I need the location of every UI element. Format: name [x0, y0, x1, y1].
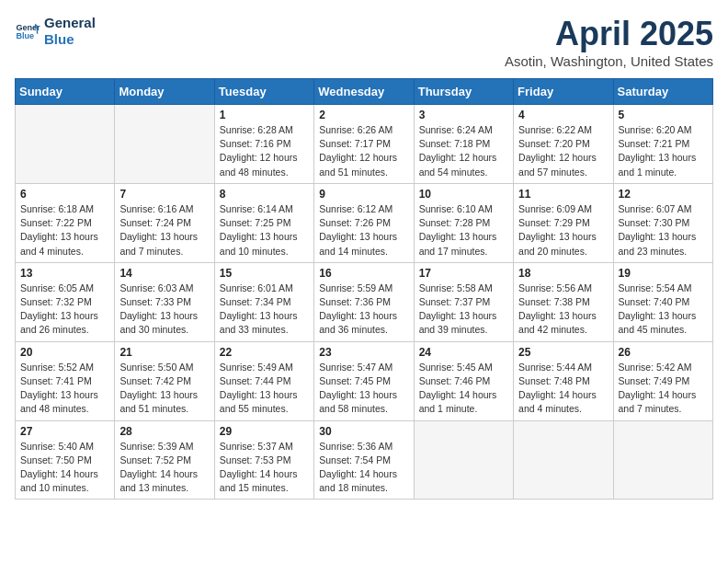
day-info: Sunrise: 6:26 AMSunset: 7:17 PMDaylight:… [319, 123, 408, 179]
header-wednesday: Wednesday [314, 79, 414, 105]
header-tuesday: Tuesday [214, 79, 313, 105]
calendar-cell-3-5: 25Sunrise: 5:44 AMSunset: 7:48 PMDayligh… [514, 341, 613, 420]
calendar-cell-1-2: 8Sunrise: 6:14 AMSunset: 7:25 PMDaylight… [214, 183, 313, 262]
week-row-1: 1Sunrise: 6:28 AMSunset: 7:16 PMDaylight… [16, 105, 713, 184]
logo-blue: Blue [44, 31, 96, 48]
day-info: Sunrise: 6:05 AMSunset: 7:32 PMDaylight:… [20, 282, 109, 338]
calendar-cell-3-1: 21Sunrise: 5:50 AMSunset: 7:42 PMDayligh… [115, 341, 214, 420]
calendar-cell-4-2: 29Sunrise: 5:37 AMSunset: 7:53 PMDayligh… [214, 420, 313, 500]
header-sunday: Sunday [16, 79, 115, 105]
day-number: 26 [619, 346, 708, 359]
day-number: 27 [20, 425, 109, 438]
calendar-cell-1-0: 6Sunrise: 6:18 AMSunset: 7:22 PMDaylight… [16, 183, 115, 262]
day-number: 21 [119, 346, 209, 359]
calendar-cell-2-6: 19Sunrise: 5:54 AMSunset: 7:40 PMDayligh… [613, 262, 712, 341]
day-info: Sunrise: 5:37 AMSunset: 7:53 PMDaylight:… [220, 440, 309, 496]
day-number: 30 [319, 425, 408, 438]
day-info: Sunrise: 6:22 AMSunset: 7:20 PMDaylight:… [518, 123, 608, 179]
calendar-cell-3-3: 23Sunrise: 5:47 AMSunset: 7:45 PMDayligh… [314, 341, 414, 420]
calendar-subtitle: Asotin, Washington, United States [505, 53, 713, 69]
day-number: 15 [220, 267, 309, 280]
day-info: Sunrise: 5:50 AMSunset: 7:42 PMDaylight:… [119, 361, 209, 417]
calendar-cell-1-6: 12Sunrise: 6:07 AMSunset: 7:30 PMDayligh… [613, 183, 712, 262]
calendar-cell-3-6: 26Sunrise: 5:42 AMSunset: 7:49 PMDayligh… [613, 341, 712, 420]
day-info: Sunrise: 5:56 AMSunset: 7:38 PMDaylight:… [518, 282, 608, 338]
day-number: 22 [220, 346, 309, 359]
day-number: 5 [619, 109, 708, 121]
day-info: Sunrise: 5:42 AMSunset: 7:49 PMDaylight:… [619, 361, 708, 417]
calendar-cell-1-3: 9Sunrise: 6:12 AMSunset: 7:26 PMDaylight… [314, 183, 414, 262]
header-monday: Monday [115, 79, 214, 105]
day-number: 2 [319, 109, 408, 121]
day-info: Sunrise: 6:12 AMSunset: 7:26 PMDaylight:… [319, 202, 408, 259]
day-number: 12 [619, 188, 708, 201]
title-block: April 2025 Asotin, Washington, United St… [505, 15, 713, 69]
calendar-cell-2-1: 14Sunrise: 6:03 AMSunset: 7:33 PMDayligh… [115, 262, 214, 341]
calendar-cell-4-1: 28Sunrise: 5:39 AMSunset: 7:52 PMDayligh… [115, 420, 214, 500]
day-number: 24 [419, 346, 508, 359]
day-info: Sunrise: 5:52 AMSunset: 7:41 PMDaylight:… [20, 361, 109, 417]
calendar-cell-1-1: 7Sunrise: 6:16 AMSunset: 7:24 PMDaylight… [115, 183, 214, 262]
day-number: 23 [319, 346, 408, 359]
day-number: 7 [119, 188, 209, 201]
calendar-cell-4-6 [613, 420, 712, 500]
page-header: General Blue General Blue April 2025 Aso… [15, 15, 713, 69]
day-info: Sunrise: 5:58 AMSunset: 7:37 PMDaylight:… [419, 282, 508, 338]
calendar-cell-0-6: 5Sunrise: 6:20 AMSunset: 7:21 PMDaylight… [613, 105, 712, 184]
day-number: 8 [220, 188, 309, 201]
day-number: 6 [20, 188, 109, 201]
calendar-cell-4-0: 27Sunrise: 5:40 AMSunset: 7:50 PMDayligh… [16, 420, 115, 500]
calendar-cell-0-3: 2Sunrise: 6:26 AMSunset: 7:17 PMDaylight… [314, 105, 414, 184]
day-info: Sunrise: 6:07 AMSunset: 7:30 PMDaylight:… [619, 202, 708, 259]
week-row-2: 6Sunrise: 6:18 AMSunset: 7:22 PMDaylight… [16, 183, 713, 262]
day-number: 11 [518, 188, 608, 201]
calendar-cell-2-0: 13Sunrise: 6:05 AMSunset: 7:32 PMDayligh… [16, 262, 115, 341]
day-info: Sunrise: 6:03 AMSunset: 7:33 PMDaylight:… [119, 282, 209, 338]
day-info: Sunrise: 5:59 AMSunset: 7:36 PMDaylight:… [319, 282, 408, 338]
day-number: 29 [220, 425, 309, 438]
day-number: 3 [419, 109, 508, 121]
day-number: 17 [419, 267, 508, 280]
day-info: Sunrise: 5:47 AMSunset: 7:45 PMDaylight:… [319, 361, 408, 417]
calendar-cell-4-4 [414, 420, 513, 500]
day-number: 14 [119, 267, 209, 280]
calendar-cell-3-4: 24Sunrise: 5:45 AMSunset: 7:46 PMDayligh… [414, 341, 513, 420]
calendar-cell-2-3: 16Sunrise: 5:59 AMSunset: 7:36 PMDayligh… [314, 262, 414, 341]
day-info: Sunrise: 5:49 AMSunset: 7:44 PMDaylight:… [220, 361, 309, 417]
calendar-title: April 2025 [505, 15, 713, 53]
calendar-cell-4-5 [514, 420, 613, 500]
day-number: 4 [518, 109, 608, 121]
calendar-cell-0-4: 3Sunrise: 6:24 AMSunset: 7:18 PMDaylight… [414, 105, 513, 184]
calendar-cell-0-1 [115, 105, 214, 184]
calendar-cell-0-0 [16, 105, 115, 184]
day-info: Sunrise: 6:16 AMSunset: 7:24 PMDaylight:… [119, 202, 209, 259]
calendar-cell-2-5: 18Sunrise: 5:56 AMSunset: 7:38 PMDayligh… [514, 262, 613, 341]
header-friday: Friday [514, 79, 613, 105]
day-number: 9 [319, 188, 408, 201]
day-number: 25 [518, 346, 608, 359]
day-info: Sunrise: 6:10 AMSunset: 7:28 PMDaylight:… [419, 202, 508, 259]
week-row-3: 13Sunrise: 6:05 AMSunset: 7:32 PMDayligh… [16, 262, 713, 341]
day-number: 20 [20, 346, 109, 359]
day-info: Sunrise: 5:36 AMSunset: 7:54 PMDaylight:… [319, 440, 408, 496]
day-number: 19 [619, 267, 708, 280]
calendar-cell-1-4: 10Sunrise: 6:10 AMSunset: 7:28 PMDayligh… [414, 183, 513, 262]
day-info: Sunrise: 6:01 AMSunset: 7:34 PMDaylight:… [220, 282, 309, 338]
calendar-cell-0-2: 1Sunrise: 6:28 AMSunset: 7:16 PMDaylight… [214, 105, 313, 184]
day-number: 13 [20, 267, 109, 280]
week-row-5: 27Sunrise: 5:40 AMSunset: 7:50 PMDayligh… [16, 420, 713, 500]
header-saturday: Saturday [613, 79, 712, 105]
day-info: Sunrise: 5:44 AMSunset: 7:48 PMDaylight:… [518, 361, 608, 417]
svg-text:Blue: Blue [16, 31, 34, 40]
day-info: Sunrise: 5:40 AMSunset: 7:50 PMDaylight:… [20, 440, 109, 496]
day-info: Sunrise: 5:54 AMSunset: 7:40 PMDaylight:… [619, 282, 708, 338]
calendar-table: Sunday Monday Tuesday Wednesday Thursday… [15, 78, 713, 500]
logo-icon: General Blue [15, 18, 40, 44]
day-number: 16 [319, 267, 408, 280]
day-info: Sunrise: 6:18 AMSunset: 7:22 PMDaylight:… [20, 202, 109, 259]
day-info: Sunrise: 5:39 AMSunset: 7:52 PMDaylight:… [119, 440, 209, 496]
calendar-cell-2-2: 15Sunrise: 6:01 AMSunset: 7:34 PMDayligh… [214, 262, 313, 341]
logo: General Blue General Blue [15, 15, 96, 48]
day-number: 28 [119, 425, 209, 438]
day-number: 10 [419, 188, 508, 201]
